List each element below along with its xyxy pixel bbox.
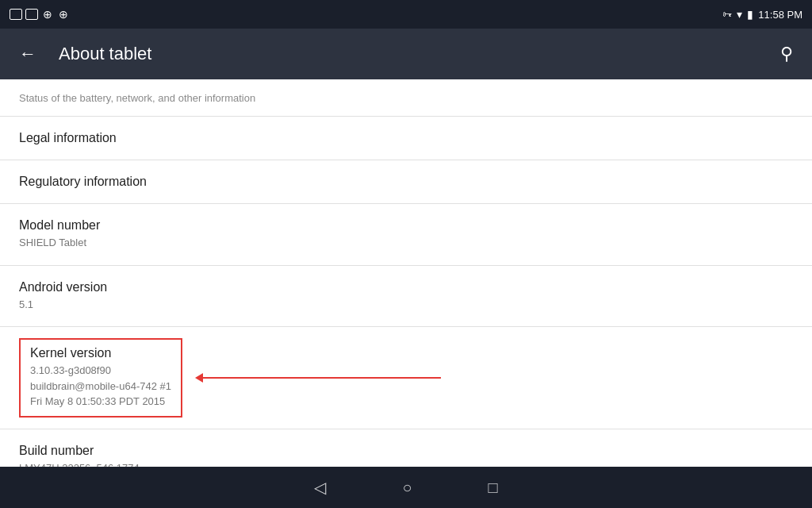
kernel-wrapper: Kernel version 3.10.33-g3d08f90 buildbra…	[19, 338, 793, 418]
item-label-android: Android version	[19, 280, 793, 294]
settings-item-legal[interactable]: Legal information	[0, 117, 812, 160]
app-bar: ← About tablet ⚲	[0, 29, 812, 79]
settings-content: Status of the battery, network, and othe…	[0, 79, 812, 467]
wifi-icon: ▾	[737, 8, 742, 21]
status-bar-right: 🗝 ▾ ▮ 11:58 PM	[722, 8, 802, 21]
nav-home-button[interactable]: ○	[396, 472, 418, 503]
status-time: 11:58 PM	[758, 9, 802, 21]
notif-icon-3: ⊕	[41, 9, 54, 20]
subtitle-row: Status of the battery, network, and othe…	[0, 79, 812, 117]
item-value-model: SHIELD Tablet	[19, 235, 793, 251]
key-icon: 🗝	[722, 9, 732, 20]
item-value-kernel: 3.10.33-g3d08f90 buildbrain@mobile-u64-7…	[30, 363, 171, 410]
kernel-highlight-box: Kernel version 3.10.33-g3d08f90 buildbra…	[19, 338, 182, 418]
nav-bar: ◁ ○ □	[0, 467, 812, 508]
item-label-regulatory: Regulatory information	[19, 175, 793, 189]
item-value-android: 5.1	[19, 297, 793, 313]
settings-item-build[interactable]: Build number LMY47H.32256_546.1774	[0, 429, 812, 468]
search-button[interactable]: ⚲	[774, 37, 799, 71]
settings-item-model[interactable]: Model number SHIELD Tablet	[0, 204, 812, 266]
item-label-model: Model number	[19, 218, 793, 233]
settings-item-regulatory[interactable]: Regulatory information	[0, 160, 812, 204]
nav-back-button[interactable]: ◁	[308, 471, 332, 503]
notif-icon-4: ⊕	[57, 9, 70, 20]
notification-icons: ⊕ ⊕	[10, 9, 70, 20]
nav-recent-button[interactable]: □	[482, 472, 504, 503]
settings-item-kernel[interactable]: Kernel version 3.10.33-g3d08f90 buildbra…	[0, 327, 812, 429]
annotation-arrow	[195, 373, 793, 383]
arrow-head-icon	[195, 373, 203, 383]
battery-icon: ▮	[747, 8, 753, 21]
status-bar: ⊕ ⊕ 🗝 ▾ ▮ 11:58 PM	[0, 0, 812, 29]
subtitle-text: Status of the battery, network, and othe…	[19, 92, 255, 104]
item-value-build: LMY47H.32256_546.1774	[19, 460, 793, 468]
item-label-kernel: Kernel version	[30, 346, 171, 360]
page-title: About tablet	[59, 44, 774, 64]
item-label-legal: Legal information	[19, 131, 793, 145]
back-button[interactable]: ←	[13, 37, 43, 71]
notif-icon-1	[10, 9, 22, 20]
settings-item-android[interactable]: Android version 5.1	[0, 266, 812, 328]
notif-icon-2	[25, 9, 38, 20]
arrow-line	[203, 377, 441, 379]
item-label-build: Build number	[19, 444, 793, 458]
